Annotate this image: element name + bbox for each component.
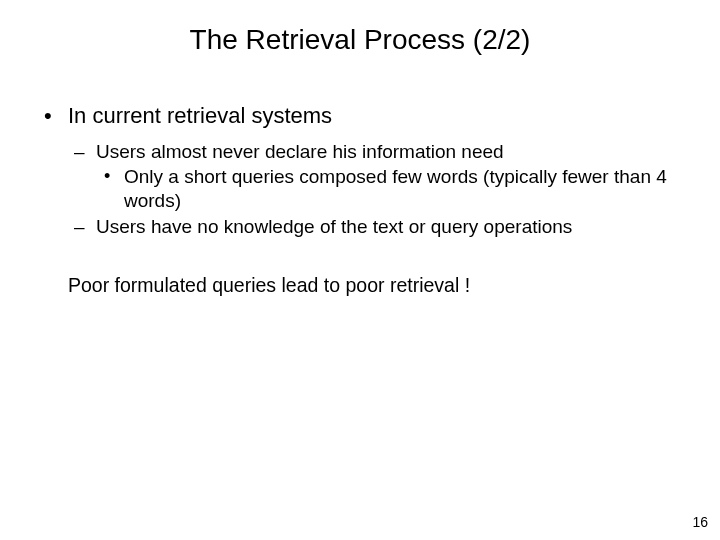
slide-title: The Retrieval Process (2/2)	[0, 0, 720, 56]
page-number: 16	[692, 514, 708, 530]
bullet-text: Users have no knowledge of the text or q…	[96, 216, 572, 237]
bullet-lvl3: Only a short queries composed few words …	[96, 165, 686, 213]
bullet-lvl2: Users almost never declare his informati…	[68, 140, 686, 213]
bullet-lvl2: Users have no knowledge of the text or q…	[68, 215, 686, 239]
bullet-text: In current retrieval systems	[68, 103, 332, 128]
bullet-lvl1: In current retrieval systems Users almos…	[34, 102, 686, 239]
slide-body: In current retrieval systems Users almos…	[0, 56, 720, 297]
conclusion-text: Poor formulated queries lead to poor ret…	[34, 273, 686, 297]
bullet-text: Users almost never declare his informati…	[96, 141, 504, 162]
slide: The Retrieval Process (2/2) In current r…	[0, 0, 720, 540]
bullet-text: Only a short queries composed few words …	[124, 166, 667, 211]
